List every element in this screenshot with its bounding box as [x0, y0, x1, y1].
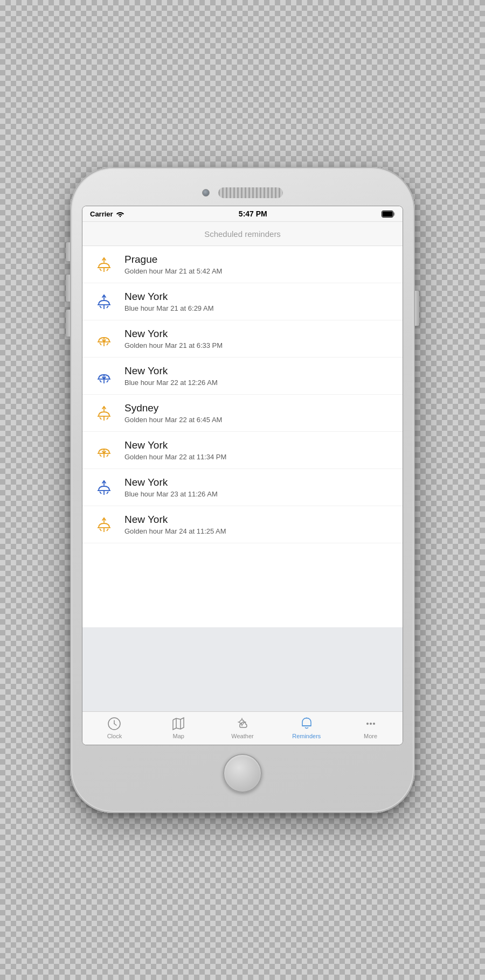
reminder-city: New York	[124, 439, 393, 452]
svg-rect-3	[383, 211, 393, 216]
reminder-icon-golden-up	[92, 253, 116, 276]
tab-label-more: More	[364, 733, 377, 739]
svg-line-18	[107, 380, 108, 382]
reminder-icon-blue-up	[92, 290, 116, 313]
svg-line-22	[107, 417, 108, 419]
reminder-icon-golden-up	[92, 401, 116, 425]
tab-label-map: Map	[172, 733, 184, 739]
svg-line-21	[100, 417, 101, 419]
tab-clock[interactable]: Clock	[82, 716, 147, 739]
svg-line-10	[107, 306, 108, 308]
reminder-city: New York	[124, 328, 393, 340]
reminder-detail: Golden hour Mar 24 at 11:25 AM	[124, 527, 393, 535]
reminder-icon-golden-down	[92, 438, 116, 462]
reminder-city: New York	[124, 477, 393, 489]
bottom-bezel	[82, 745, 403, 797]
reminder-item[interactable]: New York Blue hour Mar 21 at 6:29 AM	[82, 283, 403, 320]
reminder-icon-blue-up	[92, 475, 116, 499]
status-left: Carrier	[90, 210, 124, 218]
reminder-item[interactable]: New York Blue hour Mar 23 at 11:26 AM	[82, 469, 403, 506]
power-button[interactable]	[415, 291, 419, 326]
svg-line-29	[100, 492, 101, 494]
tab-more[interactable]: More	[338, 716, 403, 739]
phone-frame: Carrier 5:47 PM Scheduled reminde	[70, 167, 415, 813]
svg-line-33	[100, 529, 101, 531]
tab-icon-map	[171, 716, 186, 731]
volume-down-button[interactable]	[66, 310, 70, 337]
tab-map[interactable]: Map	[147, 716, 211, 739]
reminder-item[interactable]: New York Golden hour Mar 24 at 11:25 AM	[82, 506, 403, 543]
svg-line-26	[107, 454, 108, 457]
page-title-area: Scheduled reminders	[82, 222, 403, 246]
phone-screen: Carrier 5:47 PM Scheduled reminde	[82, 206, 403, 745]
reminder-detail: Golden hour Mar 21 at 5:42 AM	[124, 267, 393, 275]
svg-point-47	[370, 723, 372, 725]
svg-point-45	[306, 718, 307, 719]
svg-line-34	[107, 529, 108, 531]
svg-line-9	[100, 306, 101, 308]
reminder-city: Prague	[124, 254, 393, 266]
silent-switch[interactable]	[66, 242, 70, 261]
svg-point-0	[119, 216, 120, 217]
screen-content: Scheduled reminders Prague Golden hour M…	[82, 222, 403, 711]
tab-reminders[interactable]: Reminders	[274, 716, 338, 739]
reminder-detail: Golden hour Mar 22 at 6:45 AM	[124, 416, 393, 424]
tab-label-reminders: Reminders	[292, 733, 321, 739]
reminder-icon-golden-up	[92, 513, 116, 536]
tab-icon-more	[363, 716, 378, 731]
svg-line-5	[100, 269, 101, 271]
reminder-detail: Golden hour Mar 21 at 6:33 PM	[124, 341, 393, 349]
svg-line-13	[100, 343, 101, 345]
status-right	[382, 211, 395, 218]
wifi-icon	[116, 211, 124, 217]
tab-icon-weather	[235, 716, 250, 731]
tab-icon-reminders	[299, 716, 314, 731]
status-bar: Carrier 5:47 PM	[82, 206, 403, 222]
reminder-city: New York	[124, 365, 393, 377]
top-bezel	[82, 183, 403, 206]
battery-icon	[382, 211, 395, 218]
speaker-grille	[218, 187, 283, 198]
tab-label-weather: Weather	[231, 733, 253, 739]
carrier-label: Carrier	[90, 210, 113, 218]
front-camera	[202, 189, 210, 197]
reminder-detail: Blue hour Mar 22 at 12:26 AM	[124, 379, 393, 387]
reminder-detail: Blue hour Mar 21 at 6:29 AM	[124, 304, 393, 312]
reminder-item[interactable]: New York Blue hour Mar 22 at 12:26 AM	[82, 358, 403, 395]
reminder-detail: Golden hour Mar 22 at 11:34 PM	[124, 453, 393, 461]
svg-point-48	[373, 723, 375, 725]
tab-bar: Clock Map Weather Reminders More	[82, 711, 403, 745]
tab-weather[interactable]: Weather	[211, 716, 275, 739]
empty-area	[82, 627, 403, 711]
reminder-item[interactable]: New York Golden hour Mar 22 at 11:34 PM	[82, 432, 403, 469]
home-button[interactable]	[223, 754, 262, 793]
reminder-item[interactable]: Prague Golden hour Mar 21 at 5:42 AM	[82, 246, 403, 283]
svg-rect-2	[393, 212, 395, 215]
svg-line-17	[100, 380, 101, 382]
svg-point-46	[366, 723, 369, 725]
status-time: 5:47 PM	[239, 209, 267, 218]
svg-line-30	[107, 492, 108, 494]
reminder-detail: Blue hour Mar 23 at 11:26 AM	[124, 490, 393, 498]
tab-icon-clock	[107, 716, 122, 731]
reminder-city: New York	[124, 514, 393, 526]
tab-label-clock: Clock	[107, 733, 122, 739]
reminder-city: Sydney	[124, 402, 393, 415]
reminder-icon-blue-down	[92, 364, 116, 388]
svg-line-38	[114, 724, 116, 725]
reminder-city: New York	[124, 291, 393, 303]
svg-line-6	[107, 269, 108, 271]
page-title: Scheduled reminders	[204, 229, 281, 239]
reminder-item[interactable]: Sydney Golden hour Mar 22 at 6:45 AM	[82, 395, 403, 432]
reminder-icon-golden-down	[92, 327, 116, 351]
volume-up-button[interactable]	[66, 275, 70, 302]
reminder-item[interactable]: New York Golden hour Mar 21 at 6:33 PM	[82, 320, 403, 358]
svg-line-14	[107, 343, 108, 345]
svg-line-25	[100, 454, 101, 457]
reminder-list[interactable]: Prague Golden hour Mar 21 at 5:42 AM New…	[82, 246, 403, 627]
